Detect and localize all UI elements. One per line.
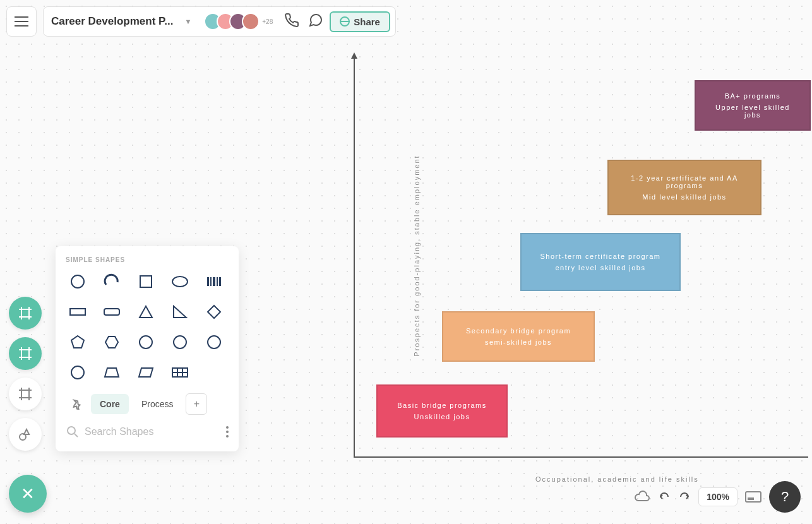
hamburger-icon <box>15 21 28 22</box>
svg-point-16 <box>68 427 75 434</box>
phone-icon <box>284 13 299 28</box>
undo-button[interactable] <box>658 491 671 503</box>
panel-heading: SIMPLE SHAPES <box>66 256 229 263</box>
frame-tool-3[interactable] <box>9 378 42 410</box>
help-button[interactable]: ? <box>769 481 801 513</box>
title-dropdown-icon[interactable]: ▼ <box>184 18 191 25</box>
shapes-panel: SIMPLE SHAPES Core Process + <box>56 246 239 451</box>
shape-nonagon[interactable] <box>202 331 226 353</box>
svg-rect-18 <box>748 497 754 500</box>
svg-rect-9 <box>70 309 85 315</box>
svg-point-1 <box>71 275 84 288</box>
box-line1: Basic bridge programs <box>389 402 495 409</box>
shapes-icon <box>18 427 33 442</box>
shape-heptagon[interactable] <box>134 331 158 353</box>
share-label: Share <box>354 16 380 27</box>
shape-hexagon[interactable] <box>100 331 124 353</box>
shape-square[interactable] <box>134 271 158 292</box>
shape-search-row <box>66 422 229 441</box>
shape-circle[interactable] <box>66 271 90 292</box>
chart-box-secondary[interactable]: Secondary bridge program semi-skilled jo… <box>442 311 595 362</box>
shape-barcode[interactable] <box>202 271 226 292</box>
zoom-level[interactable]: 100% <box>698 487 737 506</box>
frame-tool-active[interactable] <box>9 297 42 330</box>
box-line2: Unskilled jobs <box>389 413 495 420</box>
chart-box-ba[interactable]: BA+ programs Upper level skilled jobs <box>695 80 811 131</box>
box-line2: Mid level skilled jobs <box>620 193 749 201</box>
main-toolbar: Career Development P... ▼ +28 Share <box>43 6 396 37</box>
svg-rect-4 <box>207 277 209 286</box>
svg-rect-8 <box>219 277 221 286</box>
shape-octagon[interactable] <box>168 331 192 353</box>
svg-point-13 <box>208 336 220 348</box>
pin-icon <box>71 398 82 410</box>
shape-grid[interactable] <box>168 362 192 383</box>
chart-y-axis <box>354 54 355 458</box>
collaborator-avatars[interactable]: +28 <box>204 13 273 30</box>
shape-rect-wide[interactable] <box>66 301 90 323</box>
svg-point-14 <box>71 366 84 379</box>
svg-rect-5 <box>210 277 212 286</box>
svg-rect-17 <box>746 492 761 502</box>
svg-point-3 <box>172 277 188 287</box>
left-float-tools <box>9 297 42 451</box>
shape-category-tabs: Core Process + <box>66 393 229 415</box>
shape-pentagon[interactable] <box>66 331 90 353</box>
call-button[interactable] <box>284 13 299 30</box>
svg-rect-6 <box>213 277 215 286</box>
close-panel-button[interactable]: ✕ <box>9 475 47 513</box>
add-category-button[interactable]: + <box>186 393 207 415</box>
svg-rect-10 <box>104 309 119 315</box>
shape-right-triangle[interactable] <box>168 301 192 323</box>
pin-button[interactable] <box>66 393 87 415</box>
search-icon <box>66 425 80 439</box>
shapes-tool[interactable] <box>9 418 42 451</box>
globe-icon <box>340 16 350 27</box>
shape-search-input[interactable] <box>85 422 221 441</box>
svg-rect-2 <box>140 276 152 287</box>
box-line2: semi-skilled jobs <box>455 338 582 346</box>
frame-icon <box>18 386 33 402</box>
box-line2: Upper level skilled jobs <box>707 104 798 119</box>
bottom-right-controls: 100% ? <box>634 481 801 513</box>
avatar[interactable] <box>242 13 260 30</box>
tab-process[interactable]: Process <box>133 394 182 414</box>
shape-rect-rounded[interactable] <box>100 301 124 323</box>
shape-trapezoid[interactable] <box>100 362 124 383</box>
more-options-button[interactable] <box>226 426 229 438</box>
box-line1: Secondary bridge program <box>455 327 582 335</box>
shape-diamond[interactable] <box>202 301 226 323</box>
shape-ellipse[interactable] <box>168 271 192 292</box>
box-line1: Short-term certificate program <box>533 253 668 260</box>
shape-parallelogram[interactable] <box>134 362 158 383</box>
frame-icon <box>18 306 33 321</box>
chart-box-shortterm[interactable]: Short-term certificate program entry lev… <box>520 233 681 291</box>
top-toolbar: Career Development P... ▼ +28 Share <box>6 6 396 37</box>
chart-box-basic[interactable]: Basic bridge programs Unskilled jobs <box>376 384 508 438</box>
sync-cloud-icon[interactable] <box>634 491 650 503</box>
box-line2: entry level skilled jobs <box>533 264 668 271</box>
box-line1: BA+ programs <box>707 92 798 100</box>
avatar-overflow-count[interactable]: +28 <box>262 18 273 25</box>
box-line1: 1-2 year certificate and AA programs <box>620 174 749 189</box>
redo-button[interactable] <box>678 491 691 503</box>
shape-arc[interactable] <box>100 271 124 292</box>
chat-icon <box>308 13 323 28</box>
chart-box-cert-aa[interactable]: 1-2 year certificate and AA programs Mid… <box>607 160 761 215</box>
svg-rect-7 <box>217 277 218 286</box>
career-chart: Prospects for good-playing, stable emplo… <box>354 54 808 458</box>
frame-icon <box>18 346 33 361</box>
menu-button[interactable] <box>6 6 37 37</box>
comment-button[interactable] <box>308 13 323 30</box>
chart-x-axis <box>354 456 808 458</box>
share-button[interactable]: Share <box>330 11 390 32</box>
frame-tool-2[interactable] <box>9 337 42 370</box>
chart-y-label: Prospects for good-playing, stable emplo… <box>413 155 421 356</box>
svg-point-11 <box>140 336 152 348</box>
shapes-grid <box>66 271 229 383</box>
document-title[interactable]: Career Development P... <box>51 15 173 28</box>
shape-triangle[interactable] <box>134 301 158 323</box>
shape-decagon[interactable] <box>66 362 90 383</box>
minimap-icon[interactable] <box>745 491 761 503</box>
tab-core[interactable]: Core <box>91 394 129 414</box>
